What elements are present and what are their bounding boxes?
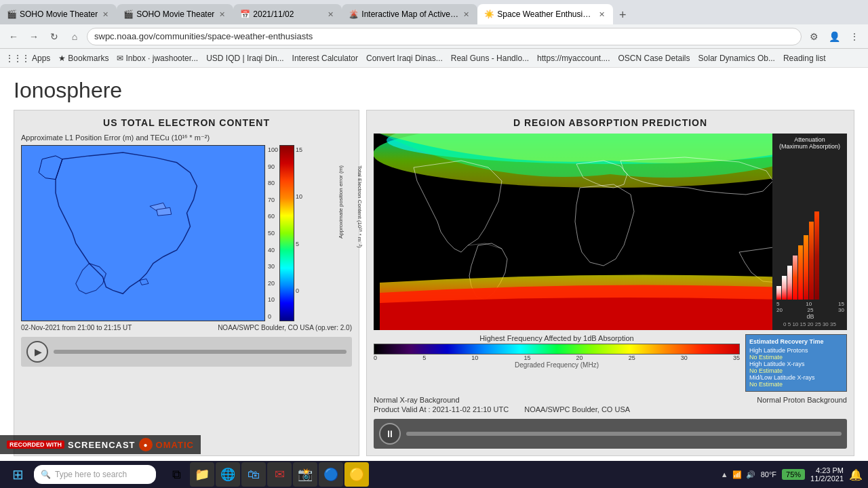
- address-bar[interactable]: swpc.noaa.gov/communities/space-weather-…: [87, 28, 802, 45]
- bookmark-inbox[interactable]: ✉ Inbox · jwashooter...: [117, 54, 198, 63]
- bookmark-myaccount[interactable]: https://myaccount....: [537, 54, 610, 63]
- legend-item-2: High Latitude X-rays: [749, 361, 843, 367]
- tab-close-1[interactable]: ✕: [101, 9, 110, 20]
- tab-soho-1[interactable]: 🎬 SOHO Movie Theater ✕: [0, 4, 117, 24]
- legend-item-1: High Latitude Protons: [749, 347, 843, 354]
- tec-footer-right: NOAA/SWPC Boulder, CO USA (op.ver: 2.0): [218, 324, 352, 331]
- tec-progress-bar[interactable]: [54, 350, 347, 354]
- tab-close-5[interactable]: ✕: [597, 9, 606, 20]
- tab-favicon-5: ☀️: [484, 9, 494, 19]
- play-button[interactable]: ▶: [26, 341, 48, 363]
- bookmark-convert[interactable]: Convert Iraqi Dinas...: [366, 54, 443, 63]
- clock-date: 11/2/2021: [810, 474, 844, 483]
- chrome-icon: 🔵: [323, 467, 338, 482]
- tab-soho-2[interactable]: 🎬 SOHO Movie Theater ✕: [117, 4, 233, 24]
- bookmark-usd[interactable]: USD IQD | Iraqi Din...: [206, 54, 283, 63]
- drap-video-controls: ⏸: [374, 419, 847, 449]
- legend-item-3: Mid/Low Latitude X-rays: [749, 374, 843, 381]
- attenuation-bars: [775, 150, 844, 301]
- tab-label-2: SOHO Movie Theater: [136, 9, 214, 19]
- drap-map-container: Attenuation(Maximum Absorption): [374, 134, 847, 330]
- drap-footer: Product Valid At : 2021-11-02 21:10 UTC …: [374, 405, 847, 413]
- colorbar-gradient: [279, 145, 294, 321]
- bookmark-reading[interactable]: Reading list: [783, 54, 826, 63]
- bookmark-inbox-label: Inbox · jwashooter...: [125, 54, 198, 63]
- tec-footer: 02-Nov-2021 from 21:00 to 21:15 UT NOAA/…: [21, 324, 352, 331]
- bookmark-realguns[interactable]: Real Guns - Handlo...: [451, 54, 529, 63]
- taskbar-photos[interactable]: 📸: [293, 462, 317, 487]
- play-icon: ▶: [35, 346, 42, 357]
- address-text: swpc.noaa.gov/communities/space-weather-…: [94, 31, 313, 41]
- attenuation-chart: Attenuation(Maximum Absorption): [772, 134, 847, 330]
- bookmark-oscn[interactable]: OSCN Case Details: [618, 54, 690, 63]
- taskbar-highlighted-app[interactable]: 🟡: [344, 462, 369, 487]
- taskbar-task-view[interactable]: ⧉: [164, 462, 189, 487]
- drap-status-row: Normal X-ray Background Normal Proton Ba…: [374, 396, 847, 404]
- bookmark-interest[interactable]: Interest Calculator: [292, 54, 358, 63]
- bookmark-bookmarks-label: Bookmarks: [68, 54, 108, 63]
- colorbar-axis-right: Total Electron Content (10¹⁶ * m⁻²): [357, 165, 363, 248]
- tab-date[interactable]: 📅 2021/11/02 ✕: [233, 4, 342, 24]
- bookmark-convert-label: Convert Iraqi Dinas...: [366, 54, 443, 63]
- drap-info-row: Highest Frequency Affected by 1dB Absorp…: [374, 334, 847, 392]
- clock-time: 4:23 PM: [810, 466, 844, 474]
- apps-icon: ⋮⋮⋮: [5, 54, 30, 63]
- bookmark-apps-label: Apps: [32, 54, 50, 63]
- tab-close-4[interactable]: ✕: [462, 9, 471, 20]
- bookmarks-bar: ⋮⋮⋮ Apps ★ Bookmarks ✉ Inbox · jwashoote…: [0, 49, 868, 68]
- profile-button[interactable]: 👤: [826, 28, 842, 45]
- tab-favicon-1: 🎬: [7, 9, 16, 19]
- pause-button[interactable]: ⏸: [379, 423, 401, 445]
- att-bar-2: [782, 276, 787, 300]
- menu-button[interactable]: ⋮: [846, 28, 863, 45]
- tab-favicon-4: 🌋: [349, 9, 358, 19]
- attenuation-title: Attenuation(Maximum Absorption): [775, 136, 844, 150]
- task-view-icon: ⧉: [172, 468, 181, 482]
- windows-icon: ⊞: [12, 466, 24, 483]
- taskbar-file-explorer[interactable]: 📁: [190, 462, 214, 487]
- taskbar-chrome[interactable]: 🔵: [319, 462, 343, 487]
- page-content: Ionosphere US TOTAL ELECTRON CONTENT App…: [0, 68, 868, 469]
- att-y-labels: 5 10 15 20 25 30 dB: [775, 301, 844, 320]
- taskbar-mail[interactable]: ✉: [267, 462, 292, 487]
- screencast-watermark: RECORDED WITH SCREENCAST ● OMATIC: [0, 435, 201, 454]
- photos-icon: 📸: [298, 467, 313, 482]
- att-bar-7: [809, 222, 814, 300]
- drap-progress-bar[interactable]: [406, 432, 842, 436]
- tab-close-2[interactable]: ✕: [218, 9, 226, 20]
- tab-space-weather[interactable]: ☀️ Space Weather Enthusiasts Dash... ✕: [477, 4, 613, 24]
- file-explorer-icon: 📁: [195, 467, 210, 482]
- pause-icon: ⏸: [385, 428, 395, 439]
- volume-icon[interactable]: 🔊: [746, 470, 755, 479]
- taskbar-search-bar[interactable]: 🔍 Type here to search: [34, 465, 156, 484]
- refresh-button[interactable]: ↻: [46, 28, 62, 45]
- tab-bar: 🎬 SOHO Movie Theater ✕ 🎬 SOHO Movie Thea…: [0, 0, 868, 24]
- taskbar-edge[interactable]: 🌐: [216, 462, 240, 487]
- taskbar-store[interactable]: 🛍: [241, 462, 266, 487]
- notification-icon[interactable]: 🔔: [849, 468, 863, 481]
- freq-gradient-bar: [374, 344, 740, 354]
- tab-label-5: Space Weather Enthusiasts Dash...: [497, 9, 594, 19]
- new-tab-button[interactable]: +: [613, 5, 632, 24]
- chevron-up-icon[interactable]: ▲: [721, 470, 728, 479]
- extensions-button[interactable]: ⚙: [806, 28, 822, 45]
- network-icon[interactable]: 📶: [732, 470, 742, 479]
- bookmark-bookmarks[interactable]: ★ Bookmarks: [58, 54, 108, 63]
- drap-freq-bar: Highest Frequency Affected by 1dB Absorp…: [374, 334, 740, 392]
- taskbar: ⊞ 🔍 Type here to search ⧉ 📁 🌐 🛍 ✉ 📸 🔵: [0, 461, 868, 488]
- tab-favicon-3: 📅: [240, 9, 250, 19]
- windows-start-button[interactable]: ⊞: [5, 462, 30, 487]
- back-button[interactable]: ←: [5, 28, 22, 45]
- bookmark-apps[interactable]: ⋮⋮⋮ Apps: [5, 54, 50, 63]
- forward-button[interactable]: →: [26, 28, 42, 45]
- tab-volcano[interactable]: 🌋 Interactive Map of Active Volcan... ✕: [342, 4, 477, 24]
- bookmark-solar[interactable]: Solar Dynamics Ob...: [698, 54, 775, 63]
- att-bar-4: [793, 256, 797, 300]
- colorbar-left-labels: 100 90 80 70 60 50 40 30 20 10 0: [268, 145, 279, 321]
- home-button[interactable]: ⌂: [66, 28, 83, 45]
- screencast-brand: SCREENCAST: [68, 440, 136, 450]
- browser-toolbar: ← → ↻ ⌂ swpc.noaa.gov/communities/space-…: [0, 24, 868, 49]
- tab-close-3[interactable]: ✕: [326, 9, 335, 20]
- taskbar-left: ⊞ 🔍 Type here to search: [5, 462, 156, 487]
- highlighted-app-icon: 🟡: [349, 467, 364, 482]
